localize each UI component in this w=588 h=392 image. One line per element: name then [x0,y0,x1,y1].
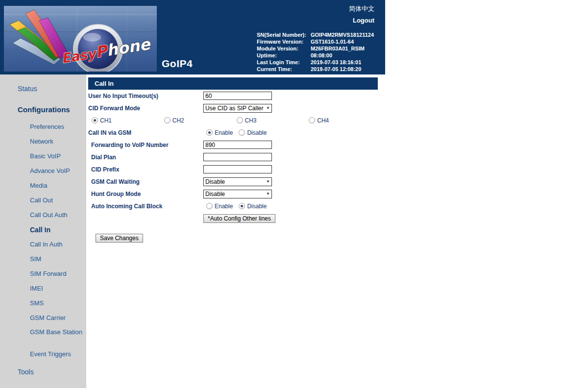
hunt-group-mode-label: Hunt Group Mode [88,191,203,197]
sidebar-item-call-in-auth[interactable]: Call In Auth [0,237,86,252]
serial-number-value: GOIP4M2RMVS18121124 [311,31,374,38]
info-row-module: Module Version: M26FBR03A01_RSIM [257,45,374,52]
header-banner: EasyPhone GoIP4 简体中文 Logout SN(Serial Nu… [0,0,385,74]
gsm-call-waiting-select[interactable]: Disable ▼ [203,177,272,186]
easyphone-logo: EasyPhone [4,6,157,72]
uptime-value: 08:08:00 [311,52,332,59]
ch3-radio-label: CH3 [245,117,257,124]
dial-plan-input[interactable] [203,153,272,161]
call-in-form: User No Input Timeout(s) CID Forward Mod… [88,90,378,243]
module-version-value: M26FBR03A01_RSIM [311,45,365,52]
sidebar-item-call-in[interactable]: Call In [0,222,86,237]
user-no-input-timeout-label: User No Input Timeout(s) [88,93,203,99]
hunt-group-mode-select[interactable]: Disable ▼ [203,190,272,198]
sidebar-item-gsm-base-station[interactable]: GSM Base Station [0,325,86,347]
info-row-uptime: Uptime: 08:08:00 [257,52,374,59]
current-time-value: 2019-07-05 12:08:20 [311,66,361,73]
ch4-radio[interactable] [309,117,315,123]
gsm-call-waiting-label: GSM Call Waiting [88,178,203,185]
save-row: Save Changes [96,234,378,243]
hunt-group-mode-value: Disable [205,191,265,197]
cid-forward-mode-value: Use CID as SIP Caller [205,105,265,112]
form-row-user-no-input-timeout: User No Input Timeout(s) [88,90,378,102]
dial-plan-label: Dial Plan [88,154,203,161]
sidebar-item-sim[interactable]: SIM [0,252,86,267]
auto-config-other-lines-button[interactable]: *Auto Config Other lines [203,214,275,223]
auto-incoming-call-block-label: Auto Incoming Call Block [88,203,203,210]
logout-link[interactable]: Logout [353,17,374,24]
disable-radio-label: Disable [247,129,267,136]
sidebar-item-call-out-auth[interactable]: Call Out Auth [0,208,86,222]
sidebar-item-preferences[interactable]: Preferences [0,120,86,134]
save-changes-button[interactable]: Save Changes [96,234,143,243]
channel-option-ch3: CH3 [233,117,306,124]
ch2-radio[interactable] [164,117,171,123]
section-title-bar: Call In [88,77,378,90]
channel-selector-row: CH1 CH2 CH3 CH4 [88,114,378,126]
info-row-last-login: Last Login Time: 2019-07-03 18:16:01 [257,59,374,66]
form-row-forwarding-to-voip-number: Forwarding to VoIP Number [88,139,378,151]
page-title: GoIP4 [162,58,193,70]
forwarding-to-voip-number-label: Forwarding to VoIP Number [88,142,203,148]
info-label: Last Login Time: [257,59,311,66]
sidebar-item-tools[interactable]: Tools [0,364,86,380]
form-row-auto-incoming-call-block: Auto Incoming Call Block Enable Disable [88,200,378,212]
ch4-radio-label: CH4 [317,117,329,124]
call-in-via-gsm-disable-radio[interactable] [239,129,245,136]
ch1-radio[interactable] [92,117,98,123]
sidebar-item-network[interactable]: Network [0,134,86,149]
sidebar-nav: Status Configurations Preferences Networ… [0,74,86,388]
sidebar-item-advance-voip[interactable]: Advance VoIP [0,164,86,178]
language-link[interactable]: 简体中文 [349,4,374,13]
info-row-firmware: Firmware Version: GST1610-1.01-64 [257,38,374,45]
ch2-radio-label: CH2 [172,117,184,124]
device-info-block: SN(Serial Number): GOIP4M2RMVS18121124 F… [257,31,374,73]
cid-forward-mode-label: CID Forward Mode [88,105,203,112]
ch1-radio-label: CH1 [100,117,112,124]
cid-forward-mode-select[interactable]: Use CID as SIP Caller ▼ [203,104,272,113]
enable-radio-label: Enable [215,203,233,210]
cid-prefix-input[interactable] [203,165,272,173]
dropdown-arrow-icon: ▼ [266,192,270,196]
cid-prefix-label: CID Prefix [88,166,203,173]
dropdown-arrow-icon: ▼ [266,106,270,110]
sidebar-item-configurations[interactable]: Configurations [0,100,86,120]
form-row-cid-forward-mode: CID Forward Mode Use CID as SIP Caller ▼ [88,102,378,114]
enable-radio-label: Enable [215,129,233,136]
sidebar-item-call-out[interactable]: Call Out [0,193,86,208]
form-row-call-in-via-gsm: Call IN via GSM Enable Disable [88,126,378,139]
call-in-via-gsm-label: Call IN via GSM [88,129,203,136]
channel-option-ch4: CH4 [305,117,378,124]
call-in-via-gsm-options: Enable Disable [203,129,272,136]
last-login-time-value: 2019-07-03 18:16:01 [311,59,361,66]
info-row-serial: SN(Serial Number): GOIP4M2RMVS18121124 [257,31,374,38]
form-row-dial-plan: Dial Plan [88,151,378,163]
sidebar-item-gsm-carrier[interactable]: GSM Carrier [0,311,86,325]
sidebar-item-sim-forward[interactable]: SIM Forward [0,267,86,281]
sidebar-item-status[interactable]: Status [0,81,86,96]
auto-incoming-call-block-options: Enable Disable [203,203,272,210]
gsm-call-waiting-value: Disable [205,178,265,185]
info-label: SN(Serial Number): [257,31,311,38]
sidebar-item-basic-voip[interactable]: Basic VoIP [0,149,86,164]
sidebar-item-event-triggers[interactable]: Event Triggers [0,347,86,362]
sidebar-item-sms[interactable]: SMS [0,296,86,311]
auto-incoming-call-block-enable-radio[interactable] [206,203,213,209]
info-label: Uptime: [257,52,311,59]
sidebar-item-imei[interactable]: IMEI [0,281,86,296]
call-in-via-gsm-enable-radio[interactable] [206,129,213,136]
dropdown-arrow-icon: ▼ [266,179,270,184]
sidebar-item-media[interactable]: Media [0,178,86,193]
user-no-input-timeout-input[interactable] [203,92,272,100]
easyphone-logo-graphic: EasyPhone [4,6,157,72]
forwarding-to-voip-number-input[interactable] [203,141,272,149]
ch3-radio[interactable] [237,117,243,123]
form-row-gsm-call-waiting: GSM Call Waiting Disable ▼ [88,175,378,188]
info-row-current-time: Current Time: 2019-07-05 12:08:20 [257,66,374,73]
form-row-auto-config: *Auto Config Other lines [88,212,378,224]
form-row-cid-prefix: CID Prefix [88,163,378,175]
disable-radio-label: Disable [247,203,267,210]
channel-option-ch1: CH1 [88,117,161,124]
info-label: Current Time: [257,66,311,73]
auto-incoming-call-block-disable-radio[interactable] [239,203,245,209]
